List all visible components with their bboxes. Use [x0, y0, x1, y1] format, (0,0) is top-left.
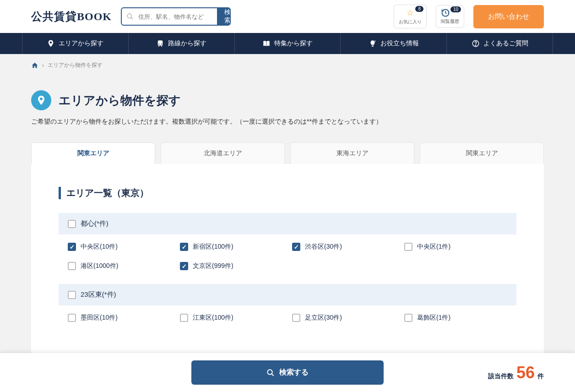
book-icon — [262, 39, 271, 48]
bulb-icon — [369, 39, 377, 48]
checkbox[interactable] — [180, 243, 188, 251]
ward-label: 渋谷区(30件) — [305, 243, 342, 251]
ward-label: 中央区(1件) — [417, 243, 450, 251]
logo[interactable]: 公共賃貸BOOK — [31, 9, 112, 24]
checkbox[interactable] — [68, 220, 76, 228]
breadcrumb: › エリアから物件を探す — [22, 54, 553, 76]
search-box: 検索 — [121, 7, 231, 26]
checkbox[interactable] — [180, 262, 188, 270]
page-description: ご希望のエリアから物件をお探しいただけます。複数選択が可能です。（一度に選択でき… — [31, 118, 544, 126]
question-icon — [472, 39, 480, 48]
checkbox[interactable] — [68, 243, 76, 251]
ward-item[interactable]: 中央区(1件) — [404, 243, 507, 251]
ward-item[interactable]: 足立区(30件) — [292, 314, 395, 322]
nav-feature[interactable]: 特集から探す — [235, 33, 341, 54]
svg-point-7 — [374, 41, 375, 42]
history-button[interactable]: 閲覧履歴 10 — [436, 5, 464, 28]
train-icon — [156, 39, 164, 48]
search-icon — [266, 369, 275, 377]
search-submit-button[interactable]: 検索する — [191, 360, 384, 385]
section-title: エリア一覧（東京） — [59, 187, 516, 199]
ward-item[interactable]: 新宿区(100件) — [180, 243, 283, 251]
nav-area[interactable]: エリアから探す — [22, 33, 129, 54]
area-panel: エリア一覧（東京） 都心(*件)中央区(10件)新宿区(100件)渋谷区(30件… — [31, 164, 544, 359]
ward-item[interactable]: 港区(1000件) — [68, 262, 171, 270]
ward-label: 文京区(999件) — [193, 262, 233, 270]
page-title-icon — [31, 90, 51, 110]
favorites-button[interactable]: ☆ お気に入り 8 — [394, 5, 427, 28]
page-title: エリアから物件を探す — [59, 93, 181, 109]
contact-button[interactable]: お問い合わせ — [473, 5, 544, 28]
ward-label: 江東区(100件) — [193, 314, 233, 322]
ward-label: 足立区(30件) — [305, 314, 342, 322]
header: 公共賃貸BOOK 検索 ☆ お気に入り 8 閲覧履歴 10 お問い合わせ — [0, 0, 575, 33]
tab-region[interactable]: 関東エリア — [420, 142, 544, 164]
nav-faq[interactable]: よくあるご質問 — [447, 33, 553, 54]
tab-region[interactable]: 東海エリア — [290, 142, 414, 164]
global-nav: エリアから探す 路線から探す 特集から探す お役立ち情報 よくあるご質問 — [0, 33, 575, 54]
favorites-badge: 8 — [415, 6, 423, 12]
svg-line-11 — [271, 374, 274, 376]
checkbox[interactable] — [180, 314, 188, 322]
ward-item[interactable]: 墨田区(10件) — [68, 314, 171, 322]
search-button[interactable]: 検索 — [217, 8, 231, 25]
svg-point-0 — [127, 14, 131, 18]
chevron-right-icon: › — [42, 62, 44, 69]
ward-item[interactable]: 中央区(10件) — [68, 243, 171, 251]
checkbox[interactable] — [292, 314, 300, 322]
group-header[interactable]: 23区東(*件) — [59, 284, 516, 305]
footer-bar: 検索する 該当件数 56 件 — [0, 353, 575, 392]
tab-region[interactable]: 関東エリア — [31, 142, 155, 164]
nav-info[interactable]: お役立ち情報 — [341, 33, 447, 54]
ward-label: 新宿区(100件) — [193, 243, 233, 251]
ward-item[interactable]: 渋谷区(30件) — [292, 243, 395, 251]
checkbox[interactable] — [68, 314, 76, 322]
result-count: 該当件数 56 件 — [488, 363, 544, 382]
ward-label: 墨田区(10件) — [81, 314, 118, 322]
svg-line-1 — [131, 17, 133, 19]
svg-rect-3 — [158, 40, 163, 45]
group-header[interactable]: 都心(*件) — [59, 213, 516, 234]
home-icon[interactable] — [31, 62, 38, 69]
search-icon — [122, 8, 136, 25]
svg-point-9 — [475, 45, 476, 46]
group-label: 23区東(*件) — [81, 290, 116, 299]
svg-point-5 — [161, 44, 162, 44]
nav-line[interactable]: 路線から探す — [129, 33, 235, 54]
ward-label: 葛飾区(1件) — [417, 314, 450, 322]
svg-point-4 — [158, 44, 159, 44]
pin-icon — [47, 39, 55, 48]
ward-item[interactable]: 江東区(100件) — [180, 314, 283, 322]
checkbox[interactable] — [292, 243, 300, 251]
breadcrumb-current: エリアから物件を探す — [48, 61, 103, 69]
group-label: 都心(*件) — [81, 219, 108, 228]
checkbox[interactable] — [404, 314, 412, 322]
ward-label: 港区(1000件) — [81, 262, 118, 270]
ward-label: 中央区(10件) — [81, 243, 118, 251]
checkbox[interactable] — [404, 243, 412, 251]
ward-item[interactable]: 文京区(999件) — [180, 262, 283, 270]
search-input[interactable] — [136, 8, 217, 25]
ward-item[interactable]: 葛飾区(1件) — [404, 314, 507, 322]
checkbox[interactable] — [68, 262, 76, 270]
region-tabs: 関東エリア北海道エリア東海エリア関東エリア — [31, 142, 544, 164]
svg-point-10 — [267, 370, 272, 375]
tab-region[interactable]: 北海道エリア — [161, 142, 285, 164]
history-badge: 10 — [450, 6, 461, 12]
checkbox[interactable] — [68, 291, 76, 299]
